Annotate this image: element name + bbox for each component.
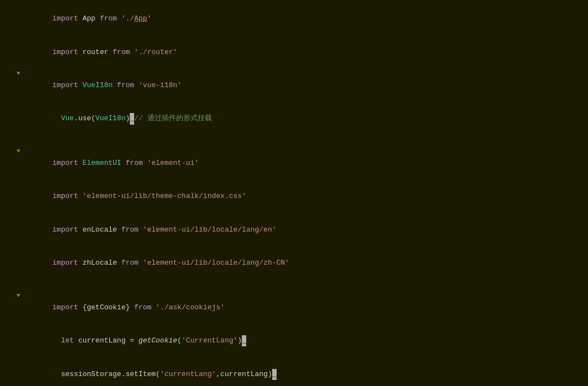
line-content-13: sessionStorage.setItem('currentLang',cur… xyxy=(24,358,588,387)
line-content-6: import ElementUI from 'element-ui' xyxy=(24,147,588,180)
token-str-app2: App xyxy=(134,14,147,23)
code-line-11: ▼ import {getCookie} from './ask/cookiej… xyxy=(0,291,588,324)
code-line-12: let currentLang = getCookie('CurrentLang… xyxy=(0,324,588,357)
code-line-8: import enLocale from 'element-ui/lib/loc… xyxy=(0,213,588,246)
token-import2: import xyxy=(52,48,78,56)
code-line-5 xyxy=(0,136,588,147)
code-line-2: import router from './router' xyxy=(0,35,588,68)
line-content-3: import VueI18n from 'vue-i18n' xyxy=(24,69,588,102)
code-editor: import App from './App' import router fr… xyxy=(0,0,588,386)
line-content-2: import router from './router' xyxy=(24,35,588,68)
line-content-4: Vue.use(VueI18n)_// 通过插件的形式挂载 xyxy=(24,102,588,135)
fold-6[interactable]: ▼ xyxy=(17,147,24,156)
token-str-app3: ' xyxy=(147,14,151,23)
code-line-3: ▼ import VueI18n from 'vue-i18n' xyxy=(0,69,588,102)
line-content-7: import 'element-ui/lib/theme-chalk/index… xyxy=(24,180,588,213)
line-content-11: import {getCookie} from './ask/cookiejs' xyxy=(24,291,588,324)
code-line-4: Vue.use(VueI18n)_// 通过插件的形式挂载 xyxy=(0,102,588,135)
code-line-7: import 'element-ui/lib/theme-chalk/index… xyxy=(0,180,588,213)
code-line-10 xyxy=(0,280,588,291)
code-line-1: import App from './App' xyxy=(0,2,588,35)
fold-3[interactable]: ▼ xyxy=(17,69,24,78)
line-content-10 xyxy=(24,280,588,291)
token-str-app: './ xyxy=(121,14,134,23)
line-content-1: import App from './App' xyxy=(24,2,588,35)
code-line-6: ▼ import ElementUI from 'element-ui' xyxy=(0,147,588,180)
line-content-12: let currentLang = getCookie('CurrentLang… xyxy=(24,324,588,357)
token-from: from xyxy=(100,14,117,23)
fold-11[interactable]: ▼ xyxy=(17,291,24,301)
line-content-5 xyxy=(24,136,588,147)
code-line-13: sessionStorage.setItem('currentLang',cur… xyxy=(0,358,588,387)
token-space: App xyxy=(78,14,100,23)
line-content-8: import enLocale from 'element-ui/lib/loc… xyxy=(24,213,588,246)
token-space2 xyxy=(117,14,121,23)
line-content-9: import zhLocale from 'element-ui/lib/loc… xyxy=(24,246,588,280)
code-line-9: import zhLocale from 'element-ui/lib/loc… xyxy=(0,246,588,280)
token-import: import xyxy=(52,14,78,23)
